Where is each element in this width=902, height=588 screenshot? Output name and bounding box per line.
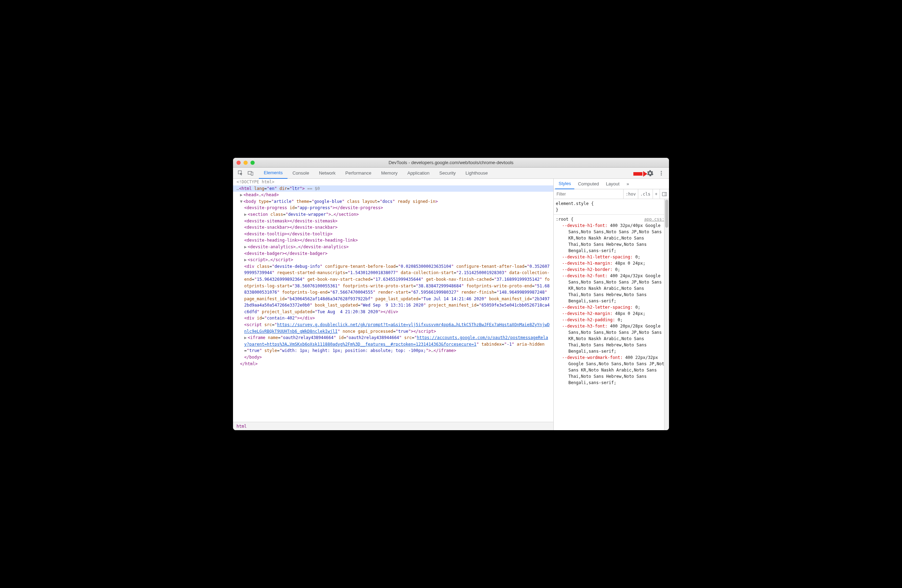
doctype-line[interactable]: <!DOCTYPE html> <box>233 179 553 185</box>
dom-tree[interactable]: <!DOCTYPE html> …<html lang="en" dir="lt… <box>233 179 553 422</box>
styles-filter-row: :hov .cls + <box>554 189 669 199</box>
css-property[interactable]: --devsite-h1-letter-spacing: 0; <box>562 254 667 260</box>
traffic-lights <box>236 161 255 165</box>
css-property[interactable]: --devsite-h3-font: 400 20px/28px Google … <box>562 323 667 354</box>
contain-div-line[interactable]: <div id="contain-402"></div> <box>233 315 553 322</box>
tab-elements[interactable]: Elements <box>259 167 288 179</box>
elements-panel: <!DOCTYPE html> …<html lang="en" dir="lt… <box>233 179 554 430</box>
devtools-window: DevTools - developers.google.com/web/too… <box>233 158 669 430</box>
tab-console[interactable]: Console <box>288 167 314 179</box>
tab-memory[interactable]: Memory <box>376 167 402 179</box>
css-property[interactable]: --devsite-h1-font: 400 32px/40px Google … <box>562 222 667 254</box>
devsite-sitemask-line[interactable]: <devsite-sitemask></devsite-sitemask> <box>233 218 553 225</box>
tab-styles[interactable]: Styles <box>555 179 574 189</box>
devsite-analytics-line[interactable]: ▶<devsite-analytics>…</devsite-analytics… <box>233 244 553 250</box>
css-property[interactable]: --devsite-h2-padding: 0; <box>562 317 667 323</box>
breadcrumb[interactable]: html <box>233 422 553 430</box>
svg-rect-7 <box>662 192 667 196</box>
more-menu-icon[interactable] <box>656 168 666 178</box>
devsite-badger-line[interactable]: <devsite-badger></devsite-badger> <box>233 250 553 257</box>
window-title: DevTools - developers.google.com/web/too… <box>233 160 669 165</box>
body-close-line[interactable]: </body> <box>233 354 553 361</box>
css-property[interactable]: --devsite-h2-letter-spacing: 0; <box>562 304 667 310</box>
hov-toggle[interactable]: :hov <box>623 189 638 199</box>
script-collapsed-line[interactable]: ▶<script>…</script> <box>233 256 553 263</box>
iframe-line[interactable]: ▶<iframe name="oauth2relay438944664" id=… <box>233 335 553 354</box>
source-link[interactable]: app.css:1 <box>644 216 667 222</box>
svg-rect-2 <box>251 172 253 175</box>
styles-panel: Styles Computed Layout » :hov .cls + ele… <box>554 179 669 430</box>
tab-security[interactable]: Security <box>435 167 461 179</box>
maximize-window-button[interactable] <box>251 161 255 165</box>
styles-tabs: Styles Computed Layout » <box>554 179 669 189</box>
panel-tabs: Elements Console Network Performance Mem… <box>259 167 493 179</box>
css-property[interactable]: --devsite-wordmark-font: 400 22px/32px G… <box>562 354 667 386</box>
svg-point-5 <box>661 172 662 174</box>
more-tabs-icon[interactable]: » <box>623 179 632 189</box>
tab-computed[interactable]: Computed <box>574 179 602 189</box>
css-property[interactable]: --devsite-h1-margin: 48px 0 24px; <box>562 260 667 266</box>
devsite-heading-link-line[interactable]: <devsite-heading-link></devsite-heading-… <box>233 237 553 244</box>
html-element-line[interactable]: …<html lang="en" dir="ltr"> == $0 <box>233 185 553 192</box>
devsite-tooltip-line[interactable]: <devsite-tooltip></devsite-tooltip> <box>233 231 553 238</box>
cls-toggle[interactable]: .cls <box>638 189 653 199</box>
styles-scrollbar[interactable] <box>664 199 669 430</box>
html-close-line[interactable]: </html> <box>233 361 553 368</box>
main-toolbar: Elements Console Network Performance Mem… <box>233 167 669 179</box>
new-style-rule-icon[interactable]: + <box>653 189 659 199</box>
root-rule-block[interactable]: app.css:1 :root { --devsite-h1-font: 400… <box>556 216 667 386</box>
main-content: <!DOCTYPE html> …<html lang="en" dir="lt… <box>233 179 669 430</box>
styles-filter-input[interactable] <box>554 189 623 199</box>
titlebar: DevTools - developers.google.com/web/too… <box>233 158 669 167</box>
devsite-snackbar-line[interactable]: <devsite-snackbar></devsite-snackbar> <box>233 224 553 231</box>
svg-point-6 <box>661 174 662 175</box>
survey-script-line[interactable]: <script src="https://survey.g.doubleclic… <box>233 322 553 335</box>
tab-lighthouse[interactable]: Lighthouse <box>461 167 493 179</box>
devsite-progress-line[interactable]: <devsite-progress id="app-progress"></de… <box>233 205 553 211</box>
tab-network[interactable]: Network <box>314 167 341 179</box>
css-property[interactable]: --devsite-h2-border: 0; <box>562 266 667 273</box>
styles-content[interactable]: element.style { } app.css:1 :root { --de… <box>554 199 669 430</box>
debug-div-line[interactable]: <div class="devsite-debug-info" configur… <box>233 263 553 315</box>
toggle-sidebar-icon[interactable] <box>659 189 669 199</box>
tab-layout[interactable]: Layout <box>602 179 623 189</box>
section-line[interactable]: ▶<section class="devsite-wrapper">…</sec… <box>233 211 553 218</box>
svg-point-4 <box>661 171 662 172</box>
element-style-block[interactable]: element.style { } <box>556 200 667 213</box>
tab-performance[interactable]: Performance <box>341 167 376 179</box>
body-open-line[interactable]: ▼<body type="article" theme="google-blue… <box>233 198 553 205</box>
device-toolbar-icon[interactable] <box>246 168 255 178</box>
settings-gear-icon[interactable] <box>645 168 655 178</box>
head-line[interactable]: ▶<head>…</head> <box>233 192 553 198</box>
minimize-window-button[interactable] <box>243 161 248 165</box>
tab-application[interactable]: Application <box>402 167 435 179</box>
close-window-button[interactable] <box>236 161 241 165</box>
css-property[interactable]: --devsite-h2-font: 400 24px/32px Google … <box>562 273 667 304</box>
svg-rect-3 <box>633 172 642 176</box>
inspect-element-icon[interactable] <box>236 168 246 178</box>
css-property[interactable]: --devsite-h2-margin: 48px 0 24px; <box>562 310 667 317</box>
